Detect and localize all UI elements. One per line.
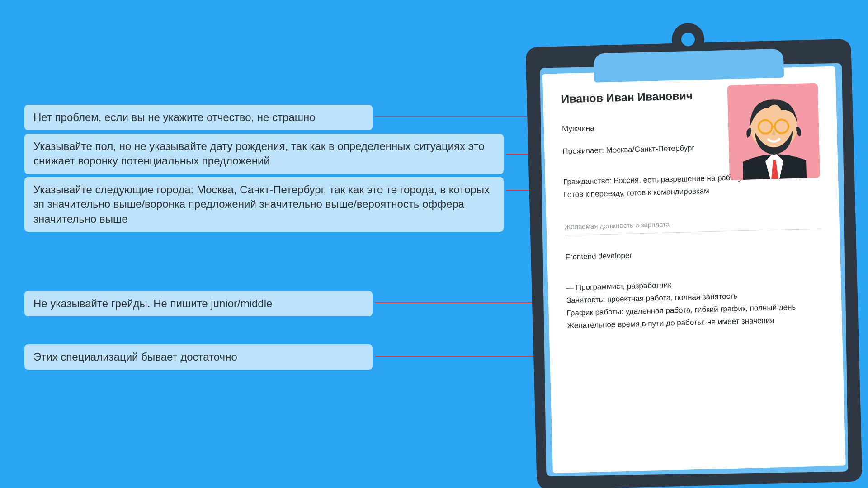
callout-name: Нет проблем, если вы не укажите отчество…: [24, 105, 373, 130]
callout-city: Указывайте следующие города: Москва, Сан…: [24, 177, 504, 232]
section-title: Желаемая должность и зарплата: [565, 216, 822, 236]
callout-grade: Не указывайте грейды. Не пишите junior/m…: [24, 291, 373, 316]
arrow-icon: [375, 356, 547, 357]
clipboard-clip: [594, 49, 784, 83]
resume-commute: Желательное время в пути до работы: не и…: [567, 315, 824, 331]
resume-relocation: Готов к переезду, готов к командировкам: [564, 184, 821, 200]
arrow-icon: [375, 302, 547, 303]
avatar: [727, 83, 820, 180]
clipboard: Иванов Иван Иванович Мужчина Проживает: …: [525, 39, 862, 488]
resume-paper: Иванов Иван Иванович Мужчина Проживает: …: [542, 66, 846, 474]
arrow-icon: [375, 116, 547, 117]
resume-position: Frontend developer: [565, 246, 822, 262]
callout-spec: Этих специализаций бывает достаточно: [24, 344, 373, 370]
callout-gender: Указывайте пол, но не указывайте дату ро…: [24, 134, 504, 174]
